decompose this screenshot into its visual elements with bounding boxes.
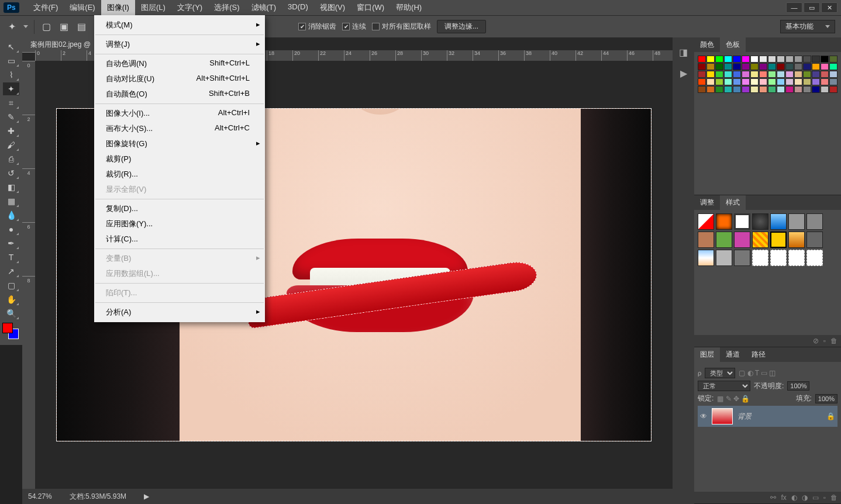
menu-图层[interactable]: 图层(L) [135,0,171,15]
swatch[interactable] [715,86,723,93]
swatch[interactable] [706,86,715,93]
swatch[interactable] [777,86,785,93]
workspace-switcher[interactable]: 基本功能 [780,20,835,33]
crop-tool[interactable]: ⌗ [3,96,19,109]
menu-窗口[interactable]: 窗口(W) [351,0,390,15]
tab-paths[interactable]: 路径 [746,347,771,362]
lasso-tool[interactable]: ⌇ [3,68,19,81]
swatch[interactable] [829,71,837,78]
color-swatches[interactable] [2,323,20,343]
swatch[interactable] [821,86,829,93]
menu-item[interactable]: 模式(M)▸ [94,18,265,33]
link-layers-icon[interactable]: ⚯ [770,493,776,502]
swatch[interactable] [742,86,750,93]
tab-layers[interactable]: 图层 [694,347,720,362]
contiguous-checkbox[interactable]: ✔连续 [342,22,366,32]
swatch[interactable] [715,56,723,63]
tab-color[interactable]: 颜色 [694,37,720,52]
swatch[interactable] [803,63,811,70]
swatch[interactable] [706,78,715,85]
swatch[interactable] [829,78,837,85]
visibility-icon[interactable]: 👁 [700,412,707,420]
menu-文件[interactable]: 文件(F) [27,0,64,15]
opacity-input[interactable]: 100% [787,381,809,391]
swatch[interactable] [724,71,732,78]
menu-item[interactable]: 调整(J)▸ [94,37,265,52]
menu-选择[interactable]: 选择(S) [208,0,245,15]
swatch[interactable] [724,78,732,85]
menu-图像[interactable]: 图像(I) [101,0,135,15]
swatch[interactable] [821,71,829,78]
swatch[interactable] [733,56,741,63]
swatch[interactable] [715,78,723,85]
swatch[interactable] [733,63,741,70]
swatch[interactable] [724,86,732,93]
menu-编辑[interactable]: 编辑(E) [64,0,101,15]
new-style-icon[interactable]: ▫ [823,337,826,345]
swatch[interactable] [742,78,750,85]
swatch[interactable] [742,63,750,70]
swatch[interactable] [812,78,820,85]
swatch[interactable] [803,56,811,63]
zoom-level[interactable]: 54.27% [28,492,52,500]
swatch[interactable] [812,86,820,93]
clear-style-icon[interactable]: ⊘ [813,337,819,345]
tab-channels[interactable]: 通道 [720,347,746,362]
hand-tool[interactable]: ✋ [3,293,19,306]
close-button[interactable]: ✕ [821,2,837,13]
swatch[interactable] [715,63,723,70]
menu-item[interactable]: 自动对比度(U)Alt+Shift+Ctrl+L [94,71,265,87]
doc-info[interactable]: 文档:5.93M/5.93M [70,492,126,502]
swatch[interactable] [829,56,837,63]
menu-item[interactable]: 图像旋转(G)▸ [94,136,265,151]
zoom-tool[interactable]: 🔍 [3,307,19,320]
swatch[interactable] [768,71,776,78]
swatch[interactable] [750,56,759,63]
history-tool[interactable]: ↺ [3,167,19,179]
wand-tool[interactable]: ✦ [3,82,19,95]
swatch[interactable] [829,63,837,70]
menu-item[interactable]: 自动颜色(O)Shift+Ctrl+B [94,87,265,102]
swatch[interactable] [768,78,776,85]
layer-kind-select[interactable]: 类型 [705,368,735,378]
swatch[interactable] [698,71,706,78]
swatch[interactable] [733,86,741,93]
styles-grid[interactable] [694,210,841,270]
swatch[interactable] [794,71,802,78]
pen-tool[interactable]: ✒ [3,237,19,250]
swatch[interactable] [768,63,776,70]
swatch[interactable] [698,86,706,93]
menu-item[interactable]: 裁切(R)... [94,167,265,182]
menu-滤镜[interactable]: 滤镜(T) [246,0,282,15]
menu-item[interactable]: 画布大小(S)...Alt+Ctrl+C [94,121,265,136]
selection-add-icon[interactable]: ▣ [58,21,70,33]
swatch[interactable] [794,56,802,63]
menu-视图[interactable]: 视图(V) [314,0,351,15]
heal-tool[interactable]: ✚ [3,125,19,137]
swatch[interactable] [768,86,776,93]
swatch[interactable] [821,78,829,85]
swatch[interactable] [768,56,776,63]
path-tool[interactable]: ↗ [3,265,19,278]
tool-preset-icon[interactable]: ✦ [6,21,18,33]
move-tool[interactable]: ↖ [3,40,19,53]
tab-swatches[interactable]: 色板 [720,37,746,52]
tab-adjustments[interactable]: 调整 [694,195,720,210]
adjustment-icon[interactable]: ◑ [802,493,808,502]
menu-item[interactable]: 计算(C)... [94,232,265,247]
minimize-button[interactable]: — [786,2,802,13]
gradient-tool[interactable]: ▦ [3,195,19,208]
swatch[interactable] [785,71,794,78]
swatch[interactable] [785,63,794,70]
new-layer-icon[interactable]: ▫ [823,493,826,502]
layer-name[interactable]: 背景 [737,412,752,422]
blur-tool[interactable]: 💧 [3,209,19,222]
menu-文字[interactable]: 文字(Y) [171,0,208,15]
swatch[interactable] [777,56,785,63]
swatch[interactable] [785,78,794,85]
refine-edge-button[interactable]: 调整边缘... [437,20,486,33]
all-layers-checkbox[interactable]: 对所有图层取样 [372,22,431,32]
maximize-button[interactable]: ▭ [804,2,820,13]
stamp-tool[interactable]: ⎙ [3,153,19,165]
properties-icon[interactable]: ▶ [677,67,690,80]
